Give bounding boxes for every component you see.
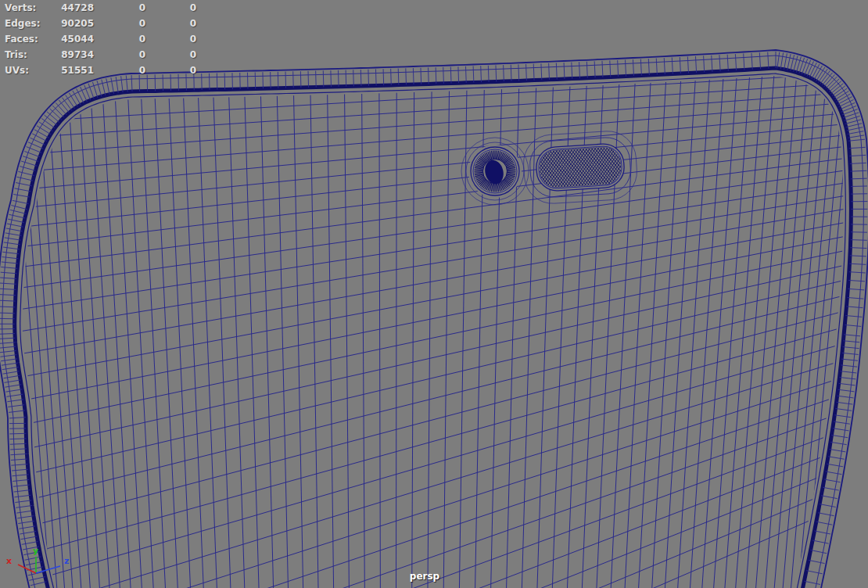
y-axis-label: y <box>33 546 38 556</box>
hud-value: 51551 <box>45 64 94 77</box>
hud-label: UVs: <box>5 64 29 77</box>
hud-value: 89734 <box>45 48 94 61</box>
hud-col3: 0 <box>149 17 196 30</box>
maya-viewport[interactable]: Verts: 44728 0 0 Edges: 90205 0 0 Faces:… <box>0 0 868 588</box>
hud-col3: 0 <box>149 64 196 77</box>
hud-row-uvs: UVs: 51551 0 0 <box>0 64 211 80</box>
hud-col3: 0 <box>149 2 196 14</box>
hud-label: Tris: <box>5 48 27 61</box>
hud-value: 45044 <box>45 33 94 45</box>
x-axis-line <box>18 565 36 573</box>
hud-label: Faces: <box>5 33 38 45</box>
hud-col3: 0 <box>149 48 196 61</box>
hud-col2: 0 <box>99 2 145 14</box>
hud-row-faces: Faces: 45044 0 0 <box>0 33 211 48</box>
camera-name-label: persp <box>410 571 439 582</box>
hud-value: 90205 <box>45 17 94 30</box>
x-axis-label: x <box>6 556 12 566</box>
poly-count-hud: Verts: 44728 0 0 Edges: 90205 0 0 Faces:… <box>0 0 211 78</box>
hud-col2: 0 <box>99 33 145 45</box>
hud-col3: 0 <box>149 33 196 45</box>
hud-row-verts: Verts: 44728 0 0 <box>0 2 211 17</box>
wireframe-viewport-canvas[interactable] <box>0 0 868 588</box>
phone-mesh-face-grid[interactable] <box>0 45 868 588</box>
hud-row-edges: Edges: 90205 0 0 <box>0 17 211 33</box>
view-axis-gizmo: y x z <box>0 540 86 588</box>
hud-col2: 0 <box>99 64 145 77</box>
hud-label: Edges: <box>5 17 40 30</box>
hud-label: Verts: <box>5 2 36 14</box>
hud-row-tris: Tris: 89734 0 0 <box>0 48 211 64</box>
hud-col2: 0 <box>99 48 145 61</box>
hud-value: 44728 <box>45 2 94 14</box>
z-axis-line <box>36 566 60 573</box>
hud-col2: 0 <box>99 17 145 30</box>
z-axis-label: z <box>64 556 69 566</box>
